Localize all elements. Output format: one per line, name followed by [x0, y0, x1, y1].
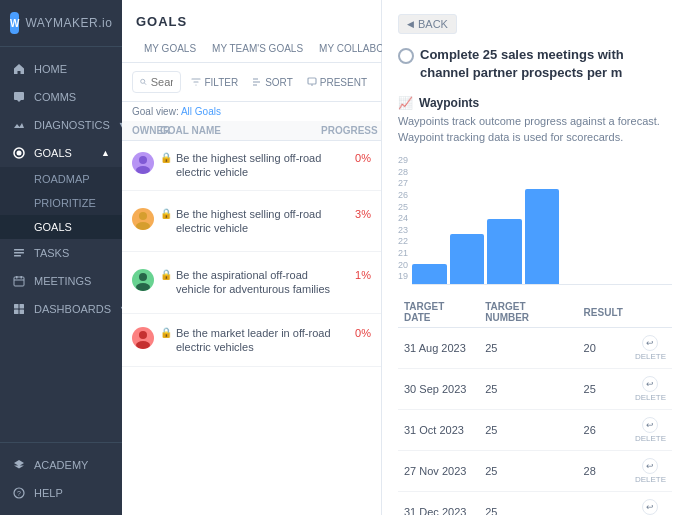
goal-info: 🔒 Be the highest selling off-road electr… [160, 151, 343, 180]
sidebar-item-help[interactable]: ? HELP [0, 479, 122, 507]
table-row: 31 Aug 2023 25 20 ↩ DELETE [398, 328, 672, 369]
cell-date: 31 Dec 2023 [398, 492, 479, 515]
logo-text: WAYMAKER.io [25, 16, 112, 30]
table-row: 31 Oct 2023 25 26 ↩ DELETE [398, 410, 672, 451]
tab-my-goals[interactable]: MY GOALS [136, 37, 204, 62]
svg-point-22 [139, 156, 147, 164]
tab-my-team-goals[interactable]: MY TEAM'S GOALS [204, 37, 311, 62]
sidebar-item-comms[interactable]: COMMS [0, 83, 122, 111]
cell-target: 25 [479, 410, 577, 451]
chart-y-axis: 29 28 27 26 25 24 23 22 21 20 19 [398, 155, 412, 285]
cell-target: 25 [479, 369, 577, 410]
goals-icon [12, 146, 26, 160]
avatar [132, 208, 154, 230]
sort-icon [252, 77, 262, 87]
back-button[interactable]: ◀ BACK [398, 14, 457, 34]
lock-icon: 🔒 [160, 327, 172, 338]
filter-icon [191, 77, 201, 87]
sidebar-item-goals-sub[interactable]: GOALS [0, 215, 122, 239]
lock-icon: 🔒 [160, 208, 172, 219]
svg-point-25 [136, 222, 150, 230]
svg-rect-5 [14, 277, 24, 286]
sidebar-item-home[interactable]: HOME [0, 55, 122, 83]
svg-rect-11 [14, 310, 19, 315]
chevron-down-icon: ▼ [118, 120, 122, 130]
table-row: 31 Dec 2023 25 ↩ DELETE [398, 492, 672, 515]
col-result-header: RESULT [578, 297, 629, 328]
lock-icon: 🔒 [160, 269, 172, 280]
delete-button[interactable]: ↩ DELETE [635, 335, 666, 361]
sidebar-item-dashboards[interactable]: DASHBOARDS ▼ [0, 295, 122, 323]
cell-date: 31 Aug 2023 [398, 328, 479, 369]
cell-delete: ↩ DELETE [629, 410, 672, 451]
sidebar-item-roadmap[interactable]: ROADMAP [0, 167, 122, 191]
academy-icon [12, 458, 26, 472]
svg-point-26 [139, 273, 147, 281]
sidebar-item-goals[interactable]: GOALS ▲ [0, 139, 122, 167]
search-icon [140, 77, 147, 87]
sort-button[interactable]: SORT [248, 75, 297, 90]
svg-point-15 [141, 79, 145, 83]
tasks-icon [12, 246, 26, 260]
goals-tabs: MY GOALS MY TEAM'S GOALS MY COLLABORATIO… [136, 37, 367, 62]
sidebar-item-label: HELP [34, 487, 63, 499]
delete-button[interactable]: ↩ DELETE [635, 499, 666, 515]
chart-bar [525, 189, 560, 284]
goal-info: 🔒 Be the aspirational off-road vehicle f… [160, 268, 343, 297]
chart-container: 29 28 27 26 25 24 23 22 21 20 19 [398, 155, 672, 285]
svg-rect-4 [14, 255, 21, 257]
col-target-date-header: TARGET DATE [398, 297, 479, 328]
svg-point-1 [17, 151, 22, 156]
goals-panel: GOALS MY GOALS MY TEAM'S GOALS MY COLLAB… [122, 0, 382, 515]
filter-link[interactable]: All Goals [181, 106, 221, 117]
lock-icon: 🔒 [160, 152, 172, 163]
cell-delete: ↩ DELETE [629, 369, 672, 410]
filter-row: Goal view: All Goals [122, 102, 381, 121]
cell-delete: ↩ DELETE [629, 328, 672, 369]
sidebar-item-tasks[interactable]: TASKS [0, 239, 122, 267]
sidebar-item-label: ACADEMY [34, 459, 88, 471]
goal-item[interactable]: 🔒 Be the market leader in off-road elect… [122, 314, 381, 368]
trend-up-icon: 📈 [398, 96, 413, 110]
sidebar-item-label: COMMS [34, 91, 76, 103]
sidebar-item-meetings[interactable]: MEETINGS [0, 267, 122, 295]
delete-label: DELETE [635, 352, 666, 361]
svg-rect-9 [14, 304, 19, 309]
svg-point-29 [136, 341, 150, 349]
goals-panel-title: GOALS [136, 14, 367, 29]
waypoints-title: 📈 Waypoints [398, 96, 672, 110]
goal-item[interactable]: 🔒 Be the aspirational off-road vehicle f… [122, 252, 381, 314]
sidebar: W WAYMAKER.io HOME COMMS DIAGNOSTICS ▼ [0, 0, 122, 515]
delete-icon: ↩ [642, 376, 658, 392]
sidebar-item-diagnostics[interactable]: DIAGNOSTICS ▼ [0, 111, 122, 139]
svg-rect-6 [16, 276, 18, 279]
goal-progress: 1% [349, 269, 371, 281]
sidebar-item-label: DIAGNOSTICS [34, 119, 110, 131]
goal-info: 🔒 Be the highest selling off-road electr… [160, 207, 343, 236]
cell-delete: ↩ DELETE [629, 451, 672, 492]
goal-progress: 0% [349, 327, 371, 339]
cell-date: 27 Nov 2023 [398, 451, 479, 492]
cell-result: 26 [578, 410, 629, 451]
cell-delete: ↩ DELETE [629, 492, 672, 515]
svg-text:?: ? [17, 490, 21, 497]
delete-label: DELETE [635, 434, 666, 443]
sidebar-item-academy[interactable]: ACADEMY [0, 451, 122, 479]
delete-button[interactable]: ↩ DELETE [635, 417, 666, 443]
goal-item[interactable]: 🔒 Be the highest selling off-road electr… [122, 141, 381, 191]
svg-rect-20 [308, 78, 316, 84]
home-icon [12, 62, 26, 76]
goals-list: 🔒 Be the highest selling off-road electr… [122, 141, 381, 515]
delete-button[interactable]: ↩ DELETE [635, 376, 666, 402]
svg-rect-8 [14, 280, 24, 281]
col-owner-header: OWNER [132, 125, 160, 136]
filter-button[interactable]: FILTER [187, 75, 242, 90]
goal-item[interactable]: 🔒 Be the highest selling off-road electr… [122, 191, 381, 253]
present-button[interactable]: PRESENT [303, 75, 371, 90]
search-input[interactable] [151, 76, 174, 88]
cell-target: 25 [479, 451, 577, 492]
delete-button[interactable]: ↩ DELETE [635, 458, 666, 484]
goal-name: Be the highest selling off-road electric… [176, 207, 343, 236]
goal-detail-title: Complete 25 sales meetings with channel … [420, 46, 672, 82]
sidebar-item-prioritize[interactable]: PRIORITIZE [0, 191, 122, 215]
